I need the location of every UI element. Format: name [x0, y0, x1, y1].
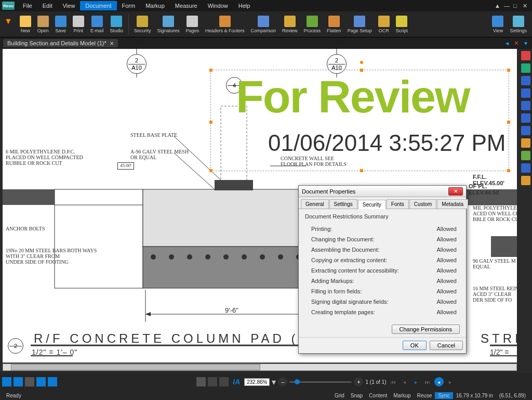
zoom-slider[interactable]	[289, 381, 352, 383]
panel1-icon[interactable]	[2, 377, 11, 386]
dialog-footer: OK Cancel	[299, 337, 466, 353]
menu-help[interactable]: Help	[233, 1, 256, 10]
panel3-icon[interactable]	[25, 377, 34, 386]
menu-view[interactable]: View	[58, 1, 81, 10]
status-toggle-grid[interactable]: Grid	[331, 393, 348, 398]
cloud-tool-icon[interactable]	[521, 176, 530, 185]
close-icon[interactable]: ✕	[523, 3, 530, 9]
panel2-icon[interactable]	[14, 377, 23, 386]
status-toggle-snap[interactable]: Snap	[348, 393, 366, 398]
ribbon-review[interactable]: Review	[279, 16, 301, 33]
dialog-tab-settings[interactable]: Settings	[329, 199, 357, 209]
dialog-tab-custom[interactable]: Custom	[409, 199, 436, 209]
ribbon-flatten[interactable]: Flatten	[324, 16, 344, 33]
svg-point-5	[169, 254, 174, 260]
dropdown-icon[interactable]: ▼	[4, 17, 12, 26]
ribbon-new[interactable]: New	[17, 16, 34, 33]
drawing-note: 6 MIL POLYETHYLENE D.P.C. PLACED ON WELL…	[6, 149, 83, 166]
status-toggle-markup[interactable]: Markup	[390, 393, 414, 398]
panel5-icon[interactable]	[48, 377, 57, 386]
section-ref: 2	[8, 338, 23, 354]
ribbon-comparison[interactable]: Comparison	[248, 16, 280, 33]
menu-window[interactable]: Window	[203, 1, 233, 10]
change-permissions-button[interactable]: Change Permissions	[392, 325, 460, 334]
ok-button[interactable]: OK	[403, 341, 427, 350]
horizontal-scrollbar[interactable]	[3, 364, 517, 371]
select-tool-icon[interactable]	[208, 377, 217, 386]
ribbon-open[interactable]: Open	[34, 16, 52, 33]
zoom-out-button[interactable]: –	[278, 377, 287, 386]
shape-tool-icon[interactable]	[521, 113, 530, 123]
sheet-title: R/F CONCRETE COLUMN PAD (FOC	[34, 331, 334, 346]
ribbon-save[interactable]: Save	[52, 16, 70, 33]
page-indicator: 1 (1 of 1)	[365, 379, 386, 385]
ribbon-pages[interactable]: Pages	[182, 16, 202, 33]
ribbon-e-mail[interactable]: E-mail	[87, 16, 107, 33]
text-tool-icon[interactable]	[521, 63, 530, 73]
tab-close-all-icon[interactable]: ✕	[512, 39, 521, 47]
menu-markup[interactable]: Markup	[140, 1, 170, 10]
ribbon-process[interactable]: Process	[301, 16, 324, 33]
image-tool-icon[interactable]	[521, 151, 530, 160]
stamp-tool-icon[interactable]	[521, 138, 530, 148]
sheet-title-right: STRI	[481, 331, 517, 346]
status-toggle-content[interactable]: Content	[366, 393, 390, 398]
ribbon-security[interactable]: Security	[131, 16, 154, 33]
next-page-icon[interactable]: ▸	[411, 377, 421, 386]
line-tool-icon[interactable]	[521, 101, 530, 110]
info-icon[interactable]: IA	[231, 378, 242, 386]
dialog-titlebar[interactable]: Document Properties ✕	[299, 186, 466, 197]
first-page-icon[interactable]: ⏮	[389, 377, 398, 386]
status-toggle-sync[interactable]: Sync	[435, 392, 453, 399]
zoom-in-button[interactable]: +	[354, 377, 363, 386]
restriction-row: Filling in form fields:Allowed	[305, 286, 460, 296]
pan-tool-icon[interactable]	[196, 377, 206, 386]
menu-edit[interactable]: Edit	[37, 1, 58, 10]
prev-page-icon[interactable]: ◂	[400, 377, 409, 386]
panel4-icon[interactable]	[36, 377, 46, 386]
last-page-icon[interactable]: ⏭	[423, 377, 432, 386]
scrollbar-thumb[interactable]	[11, 364, 260, 370]
prev-view-icon[interactable]: ◂	[434, 377, 444, 386]
ribbon-ocr[interactable]: OCR	[375, 16, 393, 33]
ribbon-page-setup[interactable]: Page Setup	[344, 16, 375, 33]
highlight-tool-icon[interactable]	[521, 88, 530, 98]
document-tab[interactable]: Building Section and Details Model (1)* …	[3, 39, 118, 47]
dialog-tab-security[interactable]: Security	[358, 200, 386, 209]
pen-tool-icon[interactable]	[521, 76, 530, 85]
ribbon-print[interactable]: Print	[70, 16, 87, 33]
ribbon-headers-footers[interactable]: Headers & Footers	[202, 16, 248, 33]
zoom-input[interactable]: 232.86%	[244, 378, 270, 386]
ribbon-settings[interactable]: Settings	[507, 16, 530, 33]
dialog-close-button[interactable]: ✕	[448, 187, 463, 196]
callout-tool-icon[interactable]	[521, 163, 530, 173]
record-icon[interactable]	[521, 51, 530, 60]
zoom-tool-icon[interactable]	[219, 377, 229, 386]
ribbon-studio[interactable]: Studio	[107, 16, 126, 33]
tab-prev-icon[interactable]: ◂	[503, 39, 511, 47]
arrow-tool-icon[interactable]	[521, 126, 530, 135]
menu-document[interactable]: Document	[80, 1, 116, 10]
svg-point-11	[278, 254, 283, 260]
menu-measure[interactable]: Measure	[170, 1, 203, 10]
tab-menu-icon[interactable]: ▾	[522, 39, 530, 47]
dialog-tab-general[interactable]: General	[301, 199, 329, 209]
ribbon-signatures[interactable]: Signatures	[154, 16, 182, 33]
tab-close-icon[interactable]: ✕	[110, 41, 114, 46]
maximize-icon[interactable]: □	[513, 3, 521, 9]
menu-form[interactable]: Form	[117, 1, 141, 10]
status-toggle-reuse[interactable]: Reuse	[414, 393, 435, 398]
review-stamp[interactable]: For Review 01/06/2014 3:55:27 PM	[210, 70, 509, 171]
next-view-icon[interactable]: ▸	[446, 377, 455, 386]
window-controls: ▲ — □ ✕	[495, 3, 530, 9]
cancel-button[interactable]: Cancel	[430, 341, 463, 350]
dialog-tab-fonts[interactable]: Fonts	[387, 199, 409, 209]
help-icon[interactable]: ▲	[495, 3, 502, 9]
ribbon-view[interactable]: View	[489, 16, 507, 33]
svg-rect-2	[143, 189, 320, 247]
dialog-tab-metadata[interactable]: Metadata	[437, 199, 468, 209]
zoom-down-icon[interactable]: ▾	[272, 377, 276, 387]
minimize-icon[interactable]: —	[504, 3, 511, 9]
menu-file[interactable]: File	[18, 1, 37, 10]
ribbon-script[interactable]: Script	[393, 16, 411, 33]
